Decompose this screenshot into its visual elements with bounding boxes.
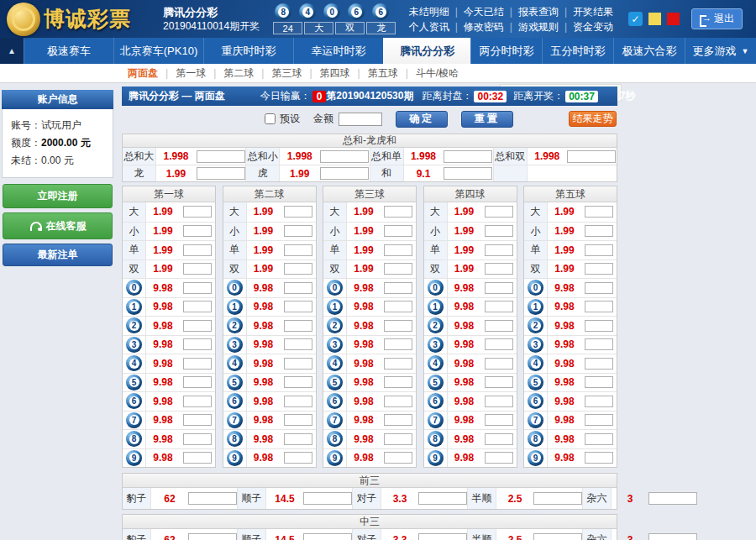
- preset-checkbox[interactable]: [265, 113, 276, 124]
- bet-amount-input[interactable]: [284, 320, 312, 332]
- bet-amount-input[interactable]: [384, 282, 412, 294]
- header-link[interactable]: 资金变动: [573, 21, 613, 33]
- bet-amount-input[interactable]: [188, 533, 237, 540]
- confirm-button[interactable]: 确定: [396, 111, 448, 128]
- yellow-square-icon[interactable]: [648, 13, 661, 25]
- nav-tab-2[interactable]: 北京赛车(PK10): [113, 38, 203, 64]
- bet-amount-input[interactable]: [183, 358, 212, 370]
- bet-amount-input[interactable]: [585, 225, 613, 237]
- subnav-item-3[interactable]: 第二球: [223, 66, 254, 81]
- red-square-icon[interactable]: [667, 13, 680, 25]
- bet-amount-input[interactable]: [284, 358, 312, 370]
- nav-tab-6[interactable]: 两分时时彩: [470, 38, 542, 64]
- header-link[interactable]: 未结明细: [409, 6, 449, 18]
- nav-tab-5[interactable]: 腾讯分分彩: [383, 38, 470, 64]
- bet-amount-input[interactable]: [585, 244, 613, 256]
- bet-amount-input[interactable]: [284, 452, 312, 464]
- bet-amount-input[interactable]: [284, 301, 312, 312]
- bet-amount-input[interactable]: [284, 376, 312, 388]
- logout-button[interactable]: 退出: [691, 8, 743, 29]
- bet-amount-input[interactable]: [320, 167, 369, 180]
- bet-amount-input[interactable]: [485, 263, 513, 275]
- bet-amount-input[interactable]: [585, 320, 613, 332]
- bet-amount-input[interactable]: [533, 533, 582, 540]
- subnav-item-5[interactable]: 第四球: [320, 66, 350, 81]
- bet-amount-input[interactable]: [384, 338, 412, 350]
- bet-amount-input[interactable]: [197, 167, 245, 180]
- bet-amount-input[interactable]: [585, 263, 613, 275]
- header-link[interactable]: 开奖结果: [573, 6, 613, 18]
- bet-amount-input[interactable]: [485, 433, 513, 445]
- bet-amount-input[interactable]: [183, 263, 212, 275]
- bet-amount-input[interactable]: [384, 414, 412, 426]
- nav-tab-9[interactable]: 更多游戏▼: [685, 38, 756, 64]
- bet-amount-input[interactable]: [183, 301, 212, 312]
- bet-amount-input[interactable]: [384, 225, 412, 237]
- nav-tab-7[interactable]: 五分时时彩: [542, 38, 613, 64]
- bet-amount-input[interactable]: [384, 376, 412, 388]
- register-button[interactable]: 立即注册: [3, 184, 113, 208]
- bet-amount-input[interactable]: [418, 533, 467, 540]
- nav-tab-8[interactable]: 极速六合彩: [613, 38, 685, 64]
- bet-amount-input[interactable]: [183, 414, 212, 426]
- bet-amount-input[interactable]: [284, 225, 312, 237]
- bet-amount-input[interactable]: [485, 282, 513, 294]
- bet-amount-input[interactable]: [485, 320, 513, 332]
- header-link[interactable]: 报表查询: [518, 6, 559, 18]
- bet-amount-input[interactable]: [585, 452, 613, 464]
- subnav-item-4[interactable]: 第三球: [271, 66, 302, 81]
- bet-amount-input[interactable]: [585, 396, 613, 407]
- bet-amount-input[interactable]: [485, 376, 513, 388]
- bet-amount-input[interactable]: [303, 533, 352, 540]
- bet-amount-input[interactable]: [585, 282, 613, 294]
- bet-amount-input[interactable]: [533, 492, 582, 505]
- reset-button[interactable]: 重置: [461, 111, 513, 128]
- bet-amount-input[interactable]: [585, 376, 613, 388]
- bet-amount-input[interactable]: [444, 150, 492, 163]
- bet-amount-input[interactable]: [384, 206, 412, 218]
- bet-amount-input[interactable]: [585, 206, 613, 218]
- header-link[interactable]: 个人资讯: [409, 21, 449, 33]
- bet-amount-input[interactable]: [183, 244, 212, 256]
- bet-amount-input[interactable]: [303, 492, 352, 505]
- bet-amount-input[interactable]: [567, 150, 616, 163]
- bet-amount-input[interactable]: [485, 301, 513, 312]
- bet-amount-input[interactable]: [284, 338, 312, 350]
- brand-logo[interactable]: 博诚彩票: [0, 3, 151, 36]
- bet-amount-input[interactable]: [183, 396, 212, 407]
- subnav-item-6[interactable]: 第五球: [368, 66, 398, 81]
- latest-orders-button[interactable]: 最新注单: [3, 244, 113, 266]
- bet-amount-input[interactable]: [485, 338, 513, 350]
- bet-amount-input[interactable]: [384, 452, 412, 464]
- bet-amount-input[interactable]: [284, 396, 312, 407]
- subnav-item-1[interactable]: 两面盘: [128, 66, 158, 81]
- bet-amount-input[interactable]: [384, 433, 412, 445]
- bet-amount-input[interactable]: [183, 206, 212, 218]
- bet-amount-input[interactable]: [384, 244, 412, 256]
- bet-amount-input[interactable]: [183, 225, 212, 237]
- bet-amount-input[interactable]: [384, 320, 412, 332]
- bet-amount-input[interactable]: [284, 414, 312, 426]
- bet-amount-input[interactable]: [183, 376, 212, 388]
- bet-amount-input[interactable]: [284, 206, 312, 218]
- check-icon[interactable]: ✓: [628, 12, 643, 26]
- subnav-item-2[interactable]: 第一球: [176, 66, 206, 81]
- bet-amount-input[interactable]: [485, 206, 513, 218]
- bet-amount-input[interactable]: [585, 338, 613, 350]
- bet-amount-input[interactable]: [485, 358, 513, 370]
- bet-amount-input[interactable]: [585, 414, 613, 426]
- bet-amount-input[interactable]: [183, 282, 212, 294]
- header-link[interactable]: 今天已结: [464, 6, 504, 18]
- bet-amount-input[interactable]: [188, 492, 237, 505]
- bet-amount-input[interactable]: [585, 301, 613, 312]
- header-link[interactable]: 游戏规则: [518, 21, 559, 33]
- result-trend-button[interactable]: 结果走势: [569, 111, 617, 127]
- bet-amount-input[interactable]: [384, 358, 412, 370]
- bet-amount-input[interactable]: [197, 150, 245, 163]
- amount-input[interactable]: [339, 113, 382, 126]
- nav-tab-4[interactable]: 幸运时时彩: [293, 38, 383, 64]
- bet-amount-input[interactable]: [284, 282, 312, 294]
- bet-amount-input[interactable]: [183, 338, 212, 350]
- bet-amount-input[interactable]: [284, 244, 312, 256]
- bet-amount-input[interactable]: [485, 396, 513, 407]
